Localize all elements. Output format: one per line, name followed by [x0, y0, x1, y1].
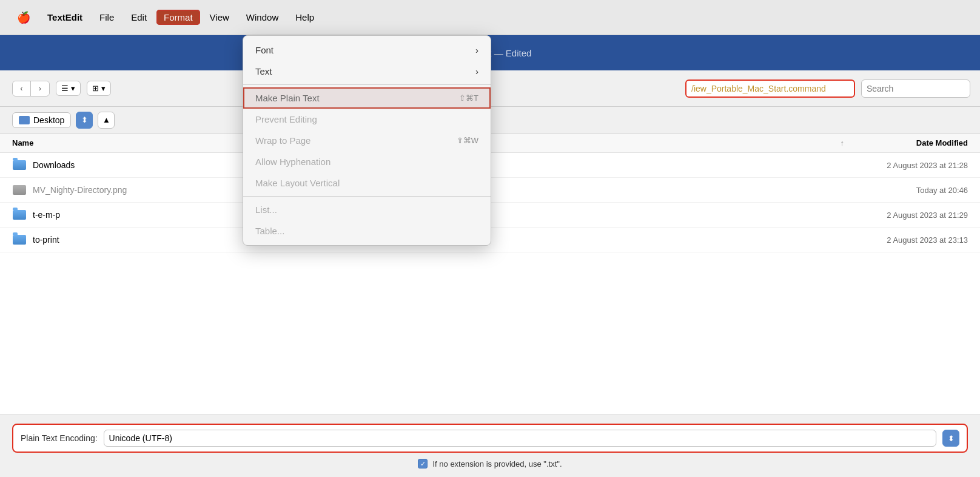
submenu-arrow-text: › — [475, 66, 478, 76]
menu-font-label: Font — [255, 45, 274, 55]
nav-group: ‹ › — [12, 81, 50, 96]
apple-menu[interactable]: 🍎 — [10, 11, 38, 24]
menu-table-label: Table... — [255, 226, 284, 236]
file-date-temp: 2 August 2023 at 21:29 — [847, 211, 968, 220]
grid-dropdown-arrow: ▾ — [101, 84, 106, 93]
extension-checkbox[interactable]: ✓ — [418, 459, 428, 469]
folder-icon — [12, 159, 27, 171]
menu-separator-1 — [243, 84, 491, 85]
column-date-header: Date Modified — [847, 138, 968, 147]
encoding-dropdown-button[interactable]: ⬍ — [942, 430, 959, 447]
menu-make-plain-text-shortcut: ⇧⌘T — [459, 93, 478, 103]
menubar: 🍎 TextEdit File Edit Format View Window … — [0, 0, 980, 35]
grid-icon: ⊞ — [92, 84, 99, 93]
encoding-label: Plain Text Encoding: — [21, 433, 98, 443]
grid-view-button[interactable]: ⊞ ▾ — [87, 81, 111, 96]
menu-item-text[interactable]: Text › — [243, 61, 491, 82]
menubar-item-file[interactable]: File — [92, 10, 121, 25]
search-input[interactable] — [861, 80, 970, 98]
menu-prevent-editing-label: Prevent Editing — [255, 114, 317, 124]
list-icon: ☰ — [61, 84, 69, 93]
sort-arrow-icon: ↑ — [841, 138, 845, 147]
menu-make-layout-vertical-label: Make Layout Vertical — [255, 178, 340, 188]
menu-list-label: List... — [255, 205, 277, 215]
menu-allow-hyphenation-label: Allow Hyphenation — [255, 157, 331, 167]
list-view-button[interactable]: ☰ ▾ — [56, 81, 81, 96]
menubar-item-help[interactable]: Help — [288, 10, 321, 25]
menu-make-plain-text-label: Make Plain Text — [255, 93, 320, 103]
format-dropdown-menu: Font › Text › Make Plain Text ⇧⌘T Preven… — [243, 35, 491, 246]
submenu-arrow-font: › — [475, 45, 478, 55]
encoding-value: Unicode (UTF-8) — [109, 433, 172, 443]
checkbox-label: If no extension is provided, use ".txt". — [432, 459, 562, 469]
nav-forward-button[interactable]: › — [31, 81, 49, 96]
menu-item-make-plain-text[interactable]: Make Plain Text ⇧⌘T — [243, 87, 491, 109]
menubar-item-window[interactable]: Window — [239, 10, 286, 25]
menu-text-label: Text — [255, 66, 272, 76]
folder-icon-to-print — [12, 234, 27, 246]
folder-icon-temp — [12, 209, 27, 221]
encoding-row: Plain Text Encoding: Unicode (UTF-8) ⬍ — [12, 424, 968, 453]
menu-item-allow-hyphenation[interactable]: Allow Hyphenation — [243, 151, 491, 172]
menu-item-prevent-editing[interactable]: Prevent Editing — [243, 109, 491, 130]
desktop-icon — [19, 116, 30, 124]
menu-wrap-to-page-label: Wrap to Page — [255, 135, 310, 146]
location-input[interactable] — [685, 80, 855, 98]
menu-item-table[interactable]: Table... — [243, 220, 491, 242]
menu-separator-2 — [243, 196, 491, 197]
location-dropdown-button[interactable]: ⬍ — [76, 112, 93, 129]
menu-wrap-to-page-shortcut: ⇧⌘W — [457, 136, 478, 145]
menubar-item-edit[interactable]: Edit — [124, 10, 154, 25]
menu-item-wrap-to-page[interactable]: Wrap to Page ⇧⌘W — [243, 130, 491, 151]
desktop-label: Desktop — [33, 115, 64, 125]
file-date-downloads: 2 August 2023 at 21:28 — [847, 161, 968, 170]
menubar-item-view[interactable]: View — [203, 10, 237, 25]
file-date-mv-nighty: Today at 20:46 — [847, 186, 968, 195]
menubar-item-textedit[interactable]: TextEdit — [40, 10, 90, 25]
collapse-button[interactable]: ▲ — [98, 112, 115, 129]
bottom-bar: Plain Text Encoding: Unicode (UTF-8) ⬍ ✓… — [0, 414, 980, 477]
menu-item-font[interactable]: Font › — [243, 39, 491, 61]
desktop-badge[interactable]: Desktop — [12, 112, 71, 128]
menu-item-make-layout-vertical[interactable]: Make Layout Vertical — [243, 172, 491, 194]
encoding-select[interactable]: Unicode (UTF-8) — [104, 430, 936, 447]
nav-back-button[interactable]: ‹ — [13, 81, 31, 96]
file-icon-gray — [12, 184, 27, 196]
menu-item-list[interactable]: List... — [243, 199, 491, 220]
menubar-item-format[interactable]: Format — [156, 10, 200, 25]
list-dropdown-arrow: ▾ — [71, 84, 75, 93]
checkbox-row: ✓ If no extension is provided, use ".txt… — [12, 459, 968, 469]
file-date-to-print: 2 August 2023 at 23:13 — [847, 235, 968, 245]
